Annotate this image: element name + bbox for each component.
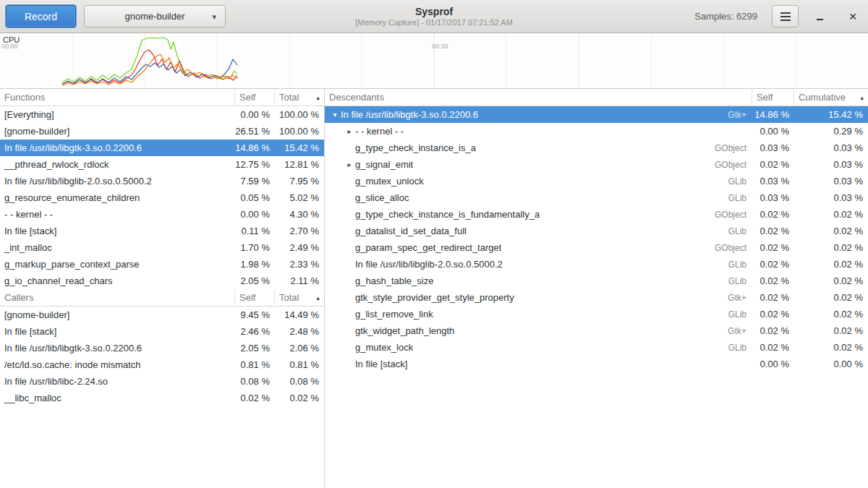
column-header-self[interactable]: Self bbox=[235, 289, 275, 306]
minimize-button[interactable] bbox=[810, 7, 829, 26]
cpu-timeline[interactable]: CPU 00:00 00:30 bbox=[0, 33, 868, 89]
column-header-total[interactable]: Total ▴ bbox=[275, 89, 324, 106]
self-percent: 0.00 % bbox=[235, 209, 275, 220]
descendant-name: g_type_check_instance_is_a bbox=[355, 142, 476, 153]
tree-row[interactable]: g_mutex_unlockGLib0.03 %0.03 % bbox=[325, 173, 868, 189]
descendant-name-cell: g_mutex_lockGLib bbox=[325, 342, 752, 353]
record-button[interactable]: Record bbox=[6, 5, 76, 27]
table-row[interactable]: In file /usr/lib/libgtk-3.so.0.2200.614.… bbox=[0, 140, 324, 156]
table-row[interactable]: - - kernel - -0.00 %4.30 % bbox=[0, 206, 324, 223]
tree-row[interactable]: g_type_check_instance_is_aGObject0.03 %0… bbox=[325, 140, 868, 156]
table-row[interactable]: __pthread_rwlock_rdlock12.75 %12.81 % bbox=[0, 156, 324, 173]
descendants-table-body: ▾In file /usr/lib/libgtk-3.so.0.2200.6Gt… bbox=[325, 106, 868, 372]
tree-row[interactable]: gtk_style_provider_get_style_propertyGtk… bbox=[325, 289, 868, 306]
total-percent: 100.00 % bbox=[275, 109, 324, 120]
total-percent: 2.33 % bbox=[275, 259, 324, 270]
cumulative-percent: 0.03 % bbox=[794, 142, 868, 153]
table-row[interactable]: In file /usr/lib/libgtk-3.so.0.2200.62.0… bbox=[0, 340, 324, 356]
table-row[interactable]: In file [stack]2.46 %2.48 % bbox=[0, 323, 324, 340]
column-header-self[interactable]: Self bbox=[752, 89, 794, 106]
column-header-cumulative[interactable]: Cumulative ▴ bbox=[794, 89, 868, 106]
tree-row[interactable]: ▸- - kernel - -0.00 %0.29 % bbox=[325, 123, 868, 140]
self-percent: 14.86 % bbox=[752, 109, 794, 120]
expand-arrow-icon[interactable]: ▸ bbox=[344, 127, 355, 135]
table-row[interactable]: In file /usr/lib/libglib-2.0.so.0.5000.2… bbox=[0, 173, 324, 189]
table-row[interactable]: In file [stack]0.11 %2.70 % bbox=[0, 223, 324, 239]
app-title: Sysprof bbox=[415, 6, 453, 18]
tree-row[interactable]: g_mutex_lockGLib0.02 %0.02 % bbox=[325, 339, 868, 356]
tree-row[interactable]: gtk_widget_path_lengthGtk+0.02 %0.02 % bbox=[325, 322, 868, 339]
total-percent: 14.49 % bbox=[275, 309, 324, 320]
tree-indent bbox=[329, 314, 344, 314]
column-header-callers[interactable]: Callers bbox=[0, 289, 235, 306]
column-label: Self bbox=[757, 92, 773, 103]
function-name: In file [stack] bbox=[0, 226, 235, 236]
expand-arrow-icon[interactable]: ▸ bbox=[344, 160, 355, 168]
table-row[interactable]: g_markup_parse_context_parse1.98 %2.33 % bbox=[0, 256, 324, 273]
total-percent: 5.02 % bbox=[275, 192, 324, 203]
tree-row[interactable]: g_hash_table_sizeGLib0.02 %0.02 % bbox=[325, 273, 868, 289]
self-percent: 0.02 % bbox=[752, 325, 794, 336]
table-row[interactable]: __libc_malloc0.02 %0.02 % bbox=[0, 390, 324, 406]
table-row[interactable]: _int_malloc1.70 %2.49 % bbox=[0, 239, 324, 256]
total-percent: 4.30 % bbox=[275, 209, 324, 220]
descendant-name: g_hash_table_size bbox=[355, 275, 433, 286]
tree-row[interactable]: g_type_check_instance_is_fundamentally_a… bbox=[325, 206, 868, 223]
descendant-name-cell: g_slice_allocGLib bbox=[325, 192, 752, 203]
table-row[interactable]: [gnome-builder]26.51 %100.00 % bbox=[0, 123, 324, 140]
total-percent: 2.06 % bbox=[275, 343, 324, 354]
table-row[interactable]: In file /usr/lib/libc-2.24.so0.08 %0.08 … bbox=[0, 373, 324, 390]
self-percent: 0.02 % bbox=[752, 226, 794, 236]
descendant-name: In file [stack] bbox=[355, 359, 407, 369]
header-right-controls: Samples: 6299 × bbox=[694, 5, 862, 27]
cumulative-percent: 0.02 % bbox=[794, 342, 868, 353]
tree-row[interactable]: g_param_spec_get_redirect_targetGObject0… bbox=[325, 239, 868, 256]
collapse-arrow-icon[interactable]: ▾ bbox=[329, 111, 341, 119]
descendants-table-header: Descendants Self Cumulative ▴ bbox=[325, 89, 868, 106]
column-header-functions[interactable]: Functions bbox=[0, 89, 235, 106]
tree-indent bbox=[329, 297, 344, 298]
right-pane: Descendants Self Cumulative ▴ ▾In file /… bbox=[325, 89, 868, 488]
self-percent: 0.02 % bbox=[752, 159, 794, 170]
tree-row[interactable]: ▾In file /usr/lib/libgtk-3.so.0.2200.6Gt… bbox=[325, 106, 868, 123]
cumulative-percent: 0.02 % bbox=[794, 325, 868, 336]
descendant-name-cell: g_param_spec_get_redirect_targetGObject bbox=[325, 242, 752, 253]
table-row[interactable]: g_io_channel_read_chars2.05 %2.11 % bbox=[0, 273, 324, 289]
menu-button[interactable] bbox=[772, 5, 799, 27]
tree-indent bbox=[329, 181, 344, 181]
tree-row[interactable]: In file [stack]0.00 %0.00 % bbox=[325, 356, 868, 372]
cumulative-percent: 0.29 % bbox=[794, 126, 868, 137]
total-percent: 2.48 % bbox=[275, 326, 324, 337]
table-row[interactable]: [Everything]0.00 %100.00 % bbox=[0, 106, 324, 123]
cpu-graph bbox=[0, 33, 868, 89]
function-name: [Everything] bbox=[0, 109, 235, 120]
tree-row[interactable]: In file /usr/lib/libglib-2.0.so.0.5000.2… bbox=[325, 256, 868, 273]
library-tag: GObject bbox=[707, 143, 748, 153]
cumulative-percent: 0.03 % bbox=[794, 159, 868, 170]
table-row[interactable]: [gnome-builder]9.45 %14.49 % bbox=[0, 307, 324, 323]
process-selector-dropdown[interactable]: gnome-builder ▾ bbox=[84, 5, 226, 27]
table-row[interactable]: /etc/ld.so.cache: inode mismatch0.81 %0.… bbox=[0, 356, 324, 373]
callers-table-body: [gnome-builder]9.45 %14.49 %In file [sta… bbox=[0, 307, 324, 406]
column-header-descendants[interactable]: Descendants bbox=[325, 89, 752, 106]
time-tick-mid: 00:30 bbox=[432, 43, 448, 50]
table-row[interactable]: g_resource_enumerate_children0.05 %5.02 … bbox=[0, 189, 324, 206]
left-pane: Functions Self Total ▴ [Everything]0.00 … bbox=[0, 89, 325, 488]
descendant-name-cell: ▸- - kernel - - bbox=[325, 126, 752, 137]
column-label: Self bbox=[239, 92, 255, 103]
function-name: __libc_malloc bbox=[0, 393, 235, 403]
samples-count: Samples: 6299 bbox=[694, 11, 757, 22]
library-tag: GLib bbox=[721, 276, 748, 286]
total-percent: 7.95 % bbox=[275, 176, 324, 187]
self-percent: 0.00 % bbox=[752, 126, 794, 137]
column-header-self[interactable]: Self bbox=[235, 89, 275, 106]
tree-row[interactable]: g_slice_allocGLib0.03 %0.03 % bbox=[325, 189, 868, 206]
self-percent: 0.81 % bbox=[235, 359, 275, 370]
function-name: [gnome-builder] bbox=[0, 309, 235, 320]
close-button[interactable]: × bbox=[843, 7, 862, 26]
column-header-total[interactable]: Total ▴ bbox=[275, 289, 324, 306]
library-tag: GLib bbox=[721, 343, 748, 353]
tree-row[interactable]: ▸g_signal_emitGObject0.02 %0.03 % bbox=[325, 156, 868, 173]
tree-row[interactable]: g_datalist_id_set_data_fullGLib0.02 %0.0… bbox=[325, 223, 868, 239]
tree-row[interactable]: g_list_remove_linkGLib0.02 %0.02 % bbox=[325, 306, 868, 322]
